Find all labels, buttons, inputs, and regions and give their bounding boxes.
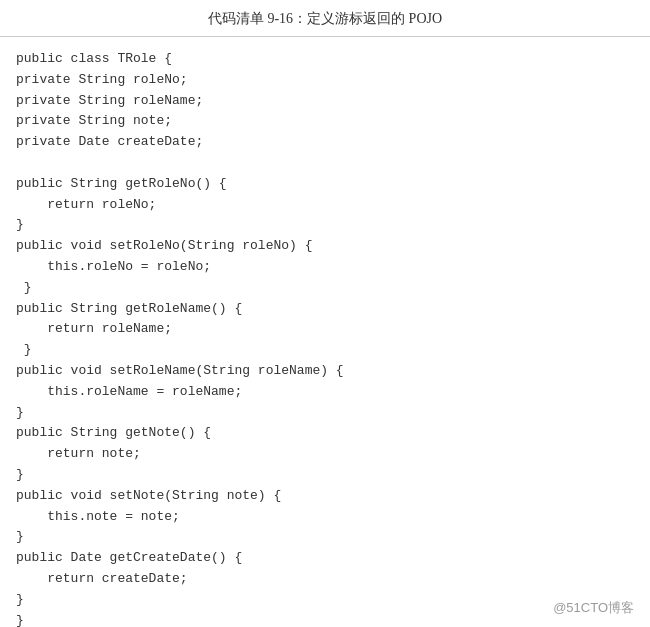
code-title: 代码清单 9-16：定义游标返回的 POJO (0, 0, 650, 37)
watermark: @51CTO博客 (553, 599, 634, 617)
code-block: public class TRole { private String role… (0, 37, 650, 627)
page-container: 代码清单 9-16：定义游标返回的 POJO public class TRol… (0, 0, 650, 627)
